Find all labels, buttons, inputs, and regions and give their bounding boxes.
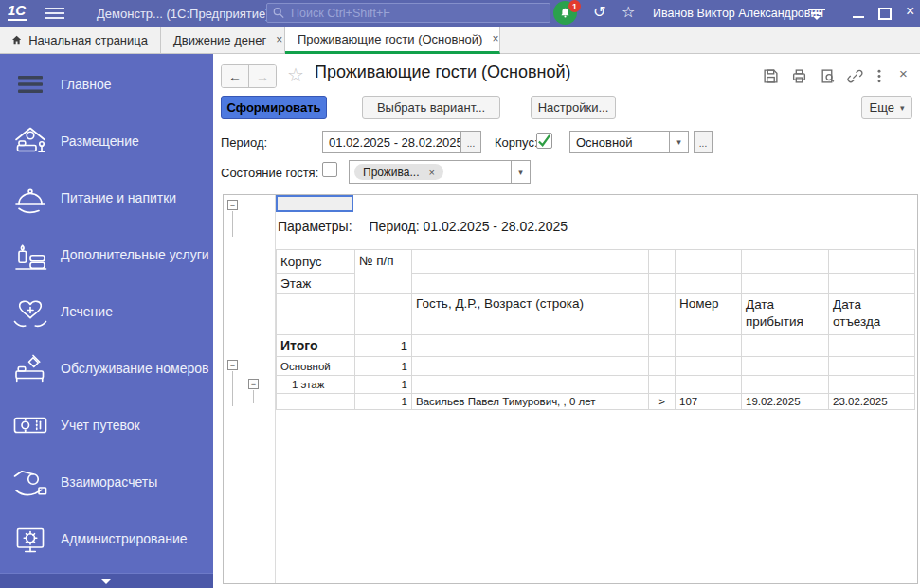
header-floor: Этаж [277,274,355,294]
sidebar-scroll-down[interactable] [0,573,213,588]
report-table[interactable]: Корпус № п/п Этаж Гость, Д.Р., Возраст (… [276,249,915,410]
total-row[interactable]: Итого 1 [277,335,915,357]
detail-guest: Васильев Павел Тимурович, , 0 лет [412,394,649,410]
tab-label: Движение денег [173,33,266,47]
global-search[interactable] [266,3,550,23]
selected-cell[interactable] [276,195,353,212]
detail-marker[interactable]: > [649,394,676,410]
tab-close-icon[interactable] [276,33,282,46]
search-input[interactable] [289,6,544,21]
sidebar-item-label: Взаиморасчеты [61,474,157,490]
forward-button[interactable] [249,65,276,87]
guest-state-label: Состояние гостя: [221,166,318,180]
group-row-building[interactable]: Основной 1 [277,357,915,376]
tab-bar: Начальная страница Движение денег Прожив… [0,27,920,54]
more-button[interactable]: Еще [861,96,912,119]
group-row-floor[interactable]: 1 этаж 1 [277,376,915,394]
sidebar-item-label: Размещение [61,134,139,149]
chevron-down-icon [100,579,112,584]
group-count: 1 [355,376,412,394]
monitor-gear-icon [0,516,61,561]
back-button[interactable] [222,65,249,87]
group-label: 1 этаж [277,376,355,394]
sidebar: Главное Размещение Питание и напитки [0,54,213,588]
spa-candle-icon [0,232,61,277]
money-hands-icon [0,459,61,505]
tab-label: Проживающие гости (Основной) [298,32,482,46]
sidebar-item-settlements[interactable]: Взаиморасчеты [0,454,213,510]
chevron-down-icon [518,168,523,177]
detail-row[interactable]: 1 Васильев Павел Тимурович, , 0 лет > 10… [277,394,915,410]
tab-home-page[interactable]: Начальная страница [0,27,161,53]
ellipsis-icon [695,132,712,152]
period-field[interactable]: 01.02.2025 - 28.02.2025 [322,131,481,153]
collapse-group-building-icon[interactable] [227,360,238,370]
sidebar-item-label: Обслуживание номеров [61,361,209,376]
current-user[interactable]: Иванов Виктор Александрович [653,7,823,20]
table-header-row: Корпус № п/п [277,250,915,274]
get-link-icon[interactable] [847,68,864,85]
table-header-row: Гость, Д.Р., Возраст (строка) Номер Дата… [277,294,915,335]
building-more-button[interactable] [694,131,713,153]
period-picker-button[interactable] [460,132,480,152]
guest-state-field[interactable]: Прожива... [349,160,531,184]
collapse-report-icon[interactable] [227,200,238,210]
sidebar-item-main[interactable]: Главное [0,56,213,113]
print-icon[interactable] [791,68,808,85]
main-menu-icon[interactable] [45,8,64,19]
favorites-icon[interactable] [622,3,635,21]
tab-money-flow[interactable]: Движение денег [161,27,285,53]
history-icon[interactable] [593,3,605,21]
sidebar-item-label: Дополнительные услуги [61,247,209,262]
generate-button[interactable]: Сформировать [221,96,327,119]
save-icon[interactable] [763,68,780,85]
window-minimize-button[interactable] [853,16,864,18]
tab-close-icon[interactable] [492,32,498,45]
building-combo[interactable]: Основной [569,131,689,153]
more-menu-icon[interactable] [875,68,885,85]
sidebar-item-administration[interactable]: Администрирование [0,510,213,567]
1c-logo: 1С [8,3,27,21]
sidebar-item-vouchers[interactable]: Учет путевок [0,397,213,454]
tree-line [232,371,233,406]
header-arrival: Дата прибытия [742,294,829,335]
guest-state-checkbox[interactable] [322,162,337,177]
more-button-label: Еще [870,100,894,115]
close-form-icon[interactable] [899,65,908,81]
parameters-value: Период: 01.02.2025 - 28.02.2025 [370,219,568,234]
building-dropdown-button[interactable] [669,132,688,152]
app-title: Демонстр... (1С:Предприятие) [97,7,270,21]
guest-state-dropdown-button[interactable] [511,161,530,183]
report-grid[interactable]: Параметры: Период: 01.02.2025 - 28.02.20… [223,194,918,584]
window-close-button[interactable] [906,3,914,20]
app-window: 1С Демонстр... (1С:Предприятие) 1 Иванов… [0,0,920,588]
chevron-down-icon [676,137,681,147]
detail-departure: 23.02.2025 [829,394,915,410]
guest-state-chip[interactable]: Прожива... [354,164,443,180]
tab-resident-guests[interactable]: Проживающие гости (Основной) [285,27,500,54]
connection-icon[interactable] [808,9,825,20]
report-form: Проживающие гости (Основной) [213,54,920,588]
chip-remove-icon[interactable] [428,167,434,178]
detail-arrival: 19.02.2025 [742,394,829,410]
window-maximize-button[interactable] [878,8,892,20]
sidebar-item-accommodation[interactable]: Размещение [0,113,213,169]
sidebar-item-treatment[interactable]: Лечение [0,283,213,340]
print-preview-icon[interactable] [820,68,837,85]
ticket-icon [0,402,61,448]
detail-num: 1 [355,394,412,410]
add-to-favorites-icon[interactable] [287,63,304,86]
building-checkbox[interactable] [536,133,552,149]
sidebar-item-food[interactable]: Питание и напитки [0,169,213,226]
menu-icon [0,75,61,94]
collapse-group-floor-icon[interactable] [248,379,259,389]
settings-button[interactable]: Настройки... [531,96,616,119]
room-service-icon [0,346,61,391]
home-icon [12,34,21,45]
header-guest: Гость, Д.Р., Возраст (строка) [412,294,649,335]
page-title: Проживающие гости (Основной) [315,62,571,82]
tab-label: Начальная страница [28,33,148,47]
sidebar-item-housekeeping[interactable]: Обслуживание номеров [0,340,213,397]
choose-variant-button[interactable]: Выбрать вариант... [362,96,500,119]
sidebar-item-extra-services[interactable]: Дополнительные услуги [0,226,213,283]
